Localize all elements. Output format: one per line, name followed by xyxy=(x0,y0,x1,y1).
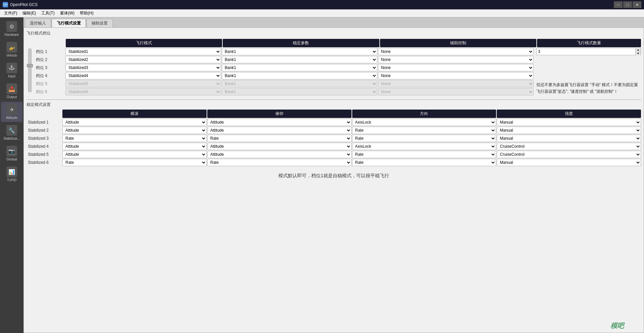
stab4-yaw-select[interactable]: AxisLock xyxy=(352,143,496,150)
sidebar-item-output[interactable]: 📤 Output xyxy=(1,81,22,101)
bank-select-5[interactable]: Bank1 xyxy=(222,80,377,87)
title-bar-controls[interactable]: ─ □ ✕ xyxy=(614,1,641,8)
stab3-yaw-select[interactable]: Rate xyxy=(352,135,496,142)
stab-col-thrust: 强度 xyxy=(497,110,641,118)
assist-select-2[interactable]: None xyxy=(378,56,534,63)
stab1-thrust-select[interactable]: Manual xyxy=(497,119,641,126)
minimize-button[interactable]: ─ xyxy=(614,1,623,8)
spinbox-buttons: ▲ ▼ xyxy=(635,48,641,55)
stab5-roll-select[interactable]: Attitude xyxy=(62,151,207,158)
assist-select-3[interactable]: None xyxy=(378,64,534,71)
pos-label-4: 档位 4 xyxy=(35,73,65,79)
stab2-pitch-select[interactable]: Attitude xyxy=(207,127,352,134)
mode-select-4[interactable]: Stabilized4 xyxy=(65,72,221,79)
stab4-thrust-select[interactable]: CruiseControl xyxy=(497,143,641,150)
spinbox-up-button[interactable]: ▲ xyxy=(635,48,641,52)
stab4-pitch-select[interactable]: Attitude xyxy=(207,143,352,150)
slider-track[interactable] xyxy=(28,49,32,92)
stab6-yaw-select[interactable]: Rate xyxy=(352,159,496,166)
stab5-yaw-select[interactable]: Rate xyxy=(352,151,496,158)
bank-select-4[interactable]: Bank1 xyxy=(222,72,377,79)
page-content: 飞行模式档位 飞行模式 稳定参数 辅助控制 飞行模式数量 xyxy=(23,27,644,333)
spinbox-down-button[interactable]: ▼ xyxy=(635,52,641,55)
bank-select-1[interactable]: Bank1 xyxy=(222,48,377,55)
stab6-thrust-select[interactable]: Manual xyxy=(497,159,641,166)
stab-header-row: 横滚 俯仰 方向 强度 xyxy=(26,110,641,118)
sidebar-item-vehicle[interactable]: 🚁 Vehicle xyxy=(1,40,22,60)
flight-row-2: 档位 2 Stabilized2 Bank1 None xyxy=(35,56,534,63)
bank-select-3[interactable]: Bank1 xyxy=(222,64,377,71)
sidebar-item-stabilization[interactable]: 🔧 Stabilizat... xyxy=(1,123,22,143)
tab-flightmode[interactable]: 飞行模式设置 xyxy=(52,19,86,27)
stab-label-5: Stabilized 5 xyxy=(26,152,62,157)
menu-file[interactable]: 文件(F) xyxy=(1,10,20,17)
mode-select-3[interactable]: Stabilized3 xyxy=(65,64,221,71)
mode-select-6[interactable]: Stabilized6 xyxy=(65,88,221,95)
stab-mode-section: 稳定模式设置 横滚 俯仰 方向 强度 Stabilized 1 Attitude… xyxy=(26,102,641,166)
flight-row-3: 档位 3 Stabilized3 Bank1 None xyxy=(35,64,534,71)
pos-label-5: 档位 5 xyxy=(35,81,65,87)
col-header-flightmode: 飞行模式 xyxy=(66,39,222,47)
stab-row-5: Stabilized 5 Attitude Attitude Rate Crui… xyxy=(26,151,641,158)
stab2-yaw-select[interactable]: Rate xyxy=(352,127,496,134)
sidebar-item-hardware[interactable]: ⚙ Hardware xyxy=(1,19,22,39)
bank-select-6[interactable]: Bank1 xyxy=(222,88,377,95)
pos-label-3: 档位 3 xyxy=(35,65,65,71)
page-title: 飞行模式档位 xyxy=(26,30,641,36)
stab5-thrust-select[interactable]: CruiseControl xyxy=(497,151,641,158)
menu-help[interactable]: 帮助(H) xyxy=(77,10,96,17)
pos-label-1: 档位 1 xyxy=(35,49,65,55)
stab1-yaw-select[interactable]: AxisLock xyxy=(352,119,496,126)
stab-row-2: Stabilized 2 Attitude Attitude Rate Manu… xyxy=(26,127,641,134)
sidebar-item-attitude[interactable]: ✈ Attitude xyxy=(1,102,22,122)
assist-select-1[interactable]: None xyxy=(378,48,534,55)
stab3-roll-select[interactable]: Rate xyxy=(62,135,207,142)
sidebar-item-input[interactable]: 🕹 Input xyxy=(1,60,22,80)
flight-row-1: 档位 1 Stabilized1 Bank1 None xyxy=(35,48,534,55)
stab2-roll-select[interactable]: Attitude xyxy=(62,127,207,134)
col-header-modecount: 飞行模式数量 xyxy=(537,39,641,47)
stab4-roll-select[interactable]: Attitude xyxy=(62,143,207,150)
mode-select-5[interactable]: Stabilized5 xyxy=(65,80,221,87)
stab-col-empty xyxy=(26,110,62,118)
tab-advanced[interactable]: 辅助设置 xyxy=(87,19,113,27)
stab-row-4: Stabilized 4 Attitude Attitude AxisLock … xyxy=(26,143,641,150)
gimbal-icon: 📷 xyxy=(6,146,17,156)
flight-rows: 档位 1 Stabilized1 Bank1 None xyxy=(35,48,534,96)
maximize-button[interactable]: □ xyxy=(623,1,632,8)
stab-section-title: 稳定模式设置 xyxy=(26,102,641,108)
menu-edit[interactable]: 编辑(E) xyxy=(20,10,39,17)
mode-select-2[interactable]: Stabilized2 xyxy=(65,56,221,63)
bank-select-2[interactable]: Bank1 xyxy=(222,56,377,63)
assist-select-6[interactable]: None xyxy=(378,88,534,95)
flight-mode-section: 飞行模式 稳定参数 辅助控制 飞行模式数量 xyxy=(26,39,641,96)
attitude-icon: ✈ xyxy=(6,104,17,115)
tab-remote[interactable]: 遥控输入 xyxy=(25,19,51,27)
stab5-pitch-select[interactable]: Attitude xyxy=(207,151,352,158)
menu-tools[interactable]: 工具(T) xyxy=(39,10,57,17)
stab6-roll-select[interactable]: Rate xyxy=(62,159,207,166)
assist-select-4[interactable]: None xyxy=(378,72,534,79)
output-icon: 📤 xyxy=(6,83,17,94)
stab3-pitch-select[interactable]: Rate xyxy=(207,135,352,142)
stab6-pitch-select[interactable]: Rate xyxy=(207,159,352,166)
mode-count-input[interactable] xyxy=(537,48,635,55)
stab3-thrust-select[interactable]: Manual xyxy=(497,135,641,142)
sidebar-item-gimbal[interactable]: 📷 Gimbal xyxy=(1,143,22,163)
assist-select-5[interactable]: None xyxy=(378,80,534,87)
flight-row-6: 档位 6 Stabilized6 Bank1 None xyxy=(35,88,534,95)
stab1-roll-select[interactable]: Attitude xyxy=(62,119,207,126)
close-button[interactable]: ✕ xyxy=(633,1,641,8)
mode-count-spinbox[interactable]: ▲ ▼ xyxy=(536,48,641,55)
slider-thumb[interactable] xyxy=(27,64,33,67)
bottom-note: 模式默认即可，档位1就是自稳模式，可以很平稳飞行 xyxy=(26,173,641,179)
sidebar-item-txpid[interactable]: 📊 TxPID xyxy=(1,164,22,184)
stab2-thrust-select[interactable]: Manual xyxy=(497,127,641,134)
app-icon: OP xyxy=(3,2,8,7)
stab1-pitch-select[interactable]: Attitude xyxy=(207,119,352,126)
input-icon: 🕹 xyxy=(6,63,17,73)
menu-window[interactable]: 窗体(W) xyxy=(57,10,77,17)
stab-row-1: Stabilized 1 Attitude Attitude AxisLock … xyxy=(26,119,641,126)
flight-row-4: 档位 4 Stabilized4 Bank1 None xyxy=(35,72,534,79)
mode-select-1[interactable]: Stabilized1 xyxy=(65,48,221,55)
